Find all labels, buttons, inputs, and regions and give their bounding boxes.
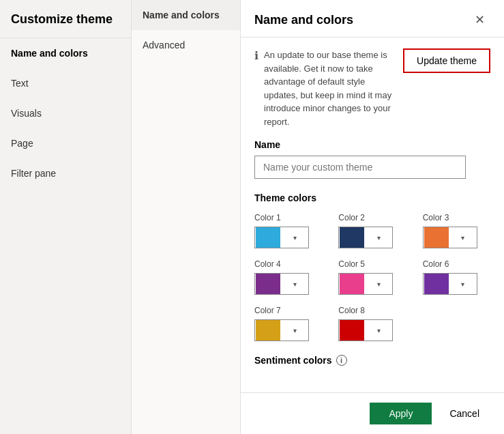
main-body: ℹ An update to our base theme is availab… xyxy=(241,38,504,392)
main-title: Name and colors xyxy=(254,13,353,27)
color3-swatch xyxy=(424,227,449,248)
color4-swatch xyxy=(256,274,280,294)
color8-label: Color 8 xyxy=(338,306,406,315)
main-panel: Name and colors ✕ ℹ An update to our bas… xyxy=(241,0,504,434)
cancel-button[interactable]: Cancel xyxy=(439,403,490,424)
color7-label: Color 7 xyxy=(254,306,322,315)
tab-name-and-colors[interactable]: Name and colors xyxy=(132,0,240,30)
sidebar-item-filter-pane[interactable]: Filter pane xyxy=(0,158,131,188)
color-item-4: Color 4 ▾ xyxy=(254,259,322,295)
main-footer: Apply Cancel xyxy=(241,392,504,434)
color2-picker[interactable]: ▾ xyxy=(338,227,393,248)
color7-swatch xyxy=(256,320,280,341)
sidebar-item-page[interactable]: Page xyxy=(0,128,131,158)
info-icon: ℹ xyxy=(254,49,258,62)
color7-picker[interactable]: ▾ xyxy=(254,319,309,341)
sentiment-colors-section: Sentiment colors i xyxy=(254,355,490,366)
name-label: Name xyxy=(254,139,490,150)
sidebar-item-visuals[interactable]: Visuals xyxy=(0,98,131,128)
color-item-1: Color 1 ▾ xyxy=(254,213,322,248)
color7-chevron-icon: ▾ xyxy=(281,327,308,334)
color4-chevron-icon: ▾ xyxy=(281,280,308,288)
sentiment-colors-label: Sentiment colors xyxy=(254,355,332,366)
color5-swatch xyxy=(340,274,364,294)
color6-swatch xyxy=(424,274,449,294)
color3-label: Color 3 xyxy=(423,213,490,222)
close-button[interactable]: ✕ xyxy=(469,11,490,29)
color-item-3: Color 3 ▾ xyxy=(423,213,490,248)
color-item-7: Color 7 ▾ xyxy=(254,306,322,341)
apply-button[interactable]: Apply xyxy=(370,403,432,424)
sidebar-item-name-and-colors[interactable]: Name and colors xyxy=(0,38,131,68)
colors-grid: Color 1 ▾ Color 2 ▾ Color 3 ▾ xyxy=(254,213,490,341)
sidebar-item-text[interactable]: Text xyxy=(0,68,131,98)
sidebar-title: Customize theme xyxy=(0,0,131,38)
color2-label: Color 2 xyxy=(338,213,406,222)
color5-picker[interactable]: ▾ xyxy=(338,273,393,295)
color2-chevron-icon: ▾ xyxy=(365,234,392,242)
color2-swatch xyxy=(340,227,364,248)
color6-picker[interactable]: ▾ xyxy=(423,273,477,295)
color8-swatch xyxy=(340,320,364,341)
theme-name-input[interactable] xyxy=(254,156,466,179)
color3-picker[interactable]: ▾ xyxy=(423,227,477,248)
color1-picker[interactable]: ▾ xyxy=(254,227,309,248)
color5-chevron-icon: ▾ xyxy=(365,280,392,288)
color6-chevron-icon: ▾ xyxy=(449,280,477,288)
left-sidebar: Customize theme Name and colors Text Vis… xyxy=(0,0,132,434)
color3-chevron-icon: ▾ xyxy=(449,234,477,242)
color-item-6: Color 6 ▾ xyxy=(423,259,490,295)
color8-chevron-icon: ▾ xyxy=(365,327,392,334)
color8-picker[interactable]: ▾ xyxy=(338,319,393,341)
color6-label: Color 6 xyxy=(423,259,490,269)
color1-label: Color 1 xyxy=(254,213,322,222)
update-theme-button[interactable]: Update theme xyxy=(403,48,490,73)
theme-colors-label: Theme colors xyxy=(254,192,490,203)
color1-swatch xyxy=(256,227,280,248)
info-banner: ℹ An update to our base theme is availab… xyxy=(254,48,490,128)
main-header: Name and colors ✕ xyxy=(241,0,504,38)
middle-tabs: Name and colors Advanced xyxy=(132,0,241,434)
color4-label: Color 4 xyxy=(254,259,322,269)
tab-advanced[interactable]: Advanced xyxy=(132,30,240,60)
color-item-2: Color 2 ▾ xyxy=(338,213,406,248)
color1-chevron-icon: ▾ xyxy=(281,234,308,242)
color-item-8: Color 8 ▾ xyxy=(338,306,406,341)
sentiment-info-icon[interactable]: i xyxy=(336,355,347,366)
info-text: An update to our base theme is available… xyxy=(264,48,398,128)
color4-picker[interactable]: ▾ xyxy=(254,273,309,295)
color-item-5: Color 5 ▾ xyxy=(338,259,406,295)
color5-label: Color 5 xyxy=(338,259,406,269)
